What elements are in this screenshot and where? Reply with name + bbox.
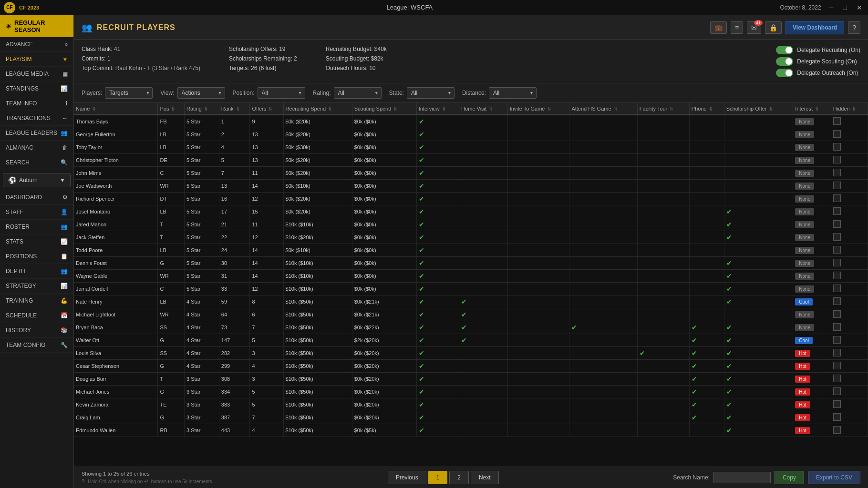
th-hidden[interactable]: Hidden ⇅ [831,103,868,115]
delegate-scouting-toggle[interactable] [776,57,793,66]
hidden-checkbox[interactable] [833,220,841,228]
close-button[interactable]: ✕ [855,4,864,11]
sidebar-item-league-media[interactable]: LEAGUE MEDIA ▦ [0,67,73,81]
sidebar-item-transactions[interactable]: TRANSACTIONS ↔ [0,111,73,126]
transactions-icon: ↔ [62,115,68,122]
sidebar-item-stats[interactable]: STATS 📈 [0,234,73,249]
hidden-checkbox[interactable] [833,117,841,125]
delegate-recruiting-toggle[interactable] [776,46,793,54]
hidden-checkbox[interactable] [833,310,841,318]
mail-button[interactable]: ✉ 41 [747,21,761,34]
cell-interview: ✔ [416,257,459,270]
hidden-checkbox[interactable] [833,182,841,189]
th-interest[interactable]: Interest ⇅ [793,103,831,115]
cell-invite-game [507,424,569,437]
sidebar-item-team-config[interactable]: TEAM CONFIG 🔧 [0,338,73,353]
copy-button[interactable]: Copy [775,471,804,484]
next-button[interactable]: Next [471,471,499,484]
lock-button[interactable]: 🔒 [765,21,782,34]
th-rating[interactable]: Rating ⇅ [184,103,219,115]
th-facility[interactable]: Facility Tour ⇅ [637,103,689,115]
hidden-checkbox[interactable] [833,297,841,305]
hidden-checkbox[interactable] [833,387,841,395]
hidden-checkbox[interactable] [833,426,841,434]
positions-icon: 📋 [61,253,68,260]
th-rec-spend[interactable]: Recruiting Spend ⇅ [283,103,352,115]
cell-pos: LB [158,244,185,257]
sidebar-item-schedule[interactable]: SCHEDULE 📅 [0,308,73,323]
hidden-checkbox[interactable] [833,336,841,344]
strategy-icon: 📊 [61,283,68,289]
distance-select[interactable]: All [489,87,537,99]
sidebar-item-staff[interactable]: STAFF 👤 [0,205,73,220]
th-interview[interactable]: Interview ⇅ [416,103,459,115]
players-select[interactable]: Targets [105,87,153,99]
th-scholarship[interactable]: Scholarship Offer ⇅ [724,103,793,115]
rating-select[interactable]: All [334,87,382,99]
page-2-button[interactable]: 2 [449,471,469,484]
hidden-checkbox[interactable] [833,194,841,202]
maximize-button[interactable]: □ [841,4,849,11]
briefcase-button[interactable]: 💼 [710,21,727,34]
search-name-input[interactable] [713,472,771,483]
team-selector[interactable]: ⚽ Auburn ▼ [3,173,71,187]
sidebar-item-training[interactable]: TRAINING 💪 [0,294,73,308]
cell-offers: 8 [250,295,283,308]
sidebar-item-depth[interactable]: DEPTH 👥 [0,264,73,279]
cell-facility: ✔ [637,347,689,360]
th-home-visit[interactable]: Home Visit ⇅ [459,103,508,115]
cell-scout-spend: $0k ($0k) [352,193,416,205]
cell-pos: C [158,283,185,295]
th-attend-hs[interactable]: Attend HS Game ⇅ [569,103,637,115]
hidden-checkbox[interactable] [833,169,841,176]
hidden-checkbox[interactable] [833,233,841,241]
th-name[interactable]: Name ⇅ [74,103,158,115]
hidden-checkbox[interactable] [833,246,841,254]
sidebar-item-dashboard[interactable]: DASHBOARD ⚙ [0,190,73,205]
cell-home-visit [459,257,508,270]
sidebar-item-strategy[interactable]: STRATEGY 📊 [0,279,73,294]
page-1-button[interactable]: 1 [428,471,448,484]
minimize-button[interactable]: ─ [827,4,836,11]
help-button[interactable]: ? [848,21,860,34]
th-phone[interactable]: Phone ⇅ [689,103,724,115]
previous-button[interactable]: Previous [388,471,426,484]
sidebar-item-almanac[interactable]: ALMANAC 🗑 [0,141,73,155]
hidden-checkbox[interactable] [833,156,841,163]
cell-home-visit [459,270,508,283]
position-select[interactable]: All [258,87,305,99]
hidden-checkbox[interactable] [833,143,841,151]
hidden-checkbox[interactable] [833,285,841,292]
view-select[interactable]: Actions [177,87,225,99]
delegate-outreach-toggle[interactable] [776,69,793,77]
list-button[interactable]: ≡ [731,21,743,34]
export-button[interactable]: Export to CSV [808,471,860,484]
view-dashboard-button[interactable]: View Dashboard [785,21,844,34]
sidebar-item-team-info[interactable]: TEAM INFO ℹ [0,96,73,111]
sidebar-item-league-leaders[interactable]: LEAGUE LEADERS 👥 [0,126,73,141]
sidebar-item-playsim[interactable]: PLAY/SIM ★ [0,52,73,67]
hidden-checkbox[interactable] [833,349,841,356]
th-scout-spend[interactable]: Scouting Spend ⇅ [352,103,416,115]
sidebar-item-roster[interactable]: ROSTER 👥 [0,220,73,234]
th-invite-game[interactable]: Invite To Game ⇅ [507,103,569,115]
hidden-checkbox[interactable] [833,375,841,382]
th-rank[interactable]: Rank ⇅ [219,103,250,115]
hidden-checkbox[interactable] [833,323,841,331]
sidebar-season[interactable]: ☀ REGULAR SEASON [0,15,73,37]
sidebar-item-search[interactable]: SEARCH 🔍 [0,155,73,170]
hidden-checkbox[interactable] [833,362,841,369]
th-pos[interactable]: Pos ⇅ [158,103,185,115]
hidden-checkbox[interactable] [833,207,841,215]
hidden-checkbox[interactable] [833,259,841,266]
hidden-checkbox[interactable] [833,272,841,279]
th-offers[interactable]: Offers ⇅ [250,103,283,115]
hidden-checkbox[interactable] [833,130,841,138]
sidebar-item-standings[interactable]: STANDINGS 📊 [0,81,73,96]
sidebar-item-history[interactable]: HISTORY 📚 [0,323,73,338]
sidebar-item-positions[interactable]: POSITIONS 📋 [0,249,73,264]
state-select[interactable]: All [407,87,455,99]
hidden-checkbox[interactable] [833,413,841,421]
sidebar-item-advance[interactable]: ADVANCE » [0,37,73,52]
hidden-checkbox[interactable] [833,400,841,408]
